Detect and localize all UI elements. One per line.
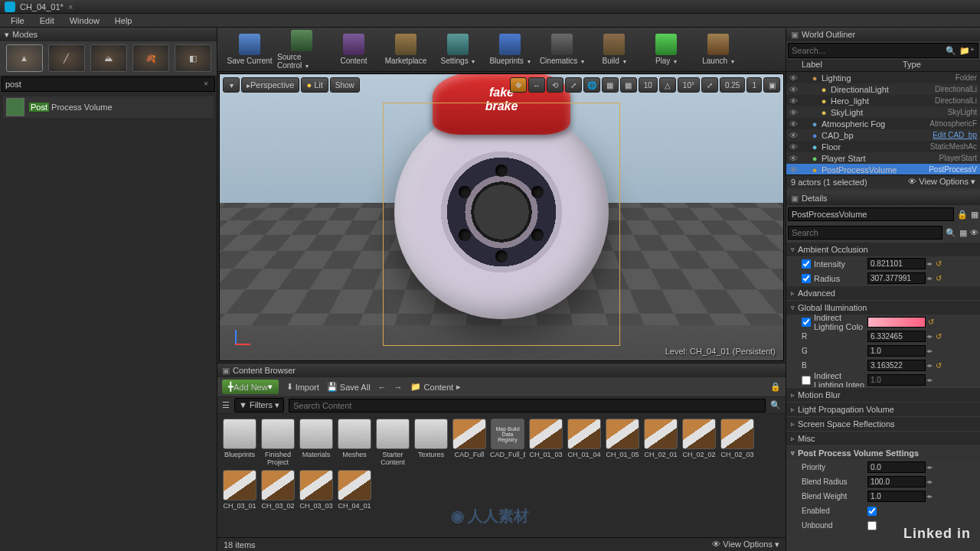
toolbar-play[interactable]: Play ▾ [642, 30, 691, 70]
cb-lock-icon[interactable]: 🔒 [770, 382, 781, 392]
cat-ppv-settings[interactable]: ▿Post Process Volume Settings [786, 445, 980, 460]
modes-header[interactable]: ▾ Modes [0, 28, 217, 41]
outliner-row[interactable]: 👁●Atmospheric FogAtmosphericF [786, 118, 980, 129]
viewport-perspective[interactable]: ▸ Perspective [241, 77, 299, 93]
content-browser-header[interactable]: ▣ Content Browser [217, 364, 786, 377]
content-item[interactable]: CH_01_05 [605, 419, 640, 467]
outliner-view-options[interactable]: 👁 View Options ▾ [908, 177, 975, 187]
visibility-icon[interactable]: 👁 [789, 96, 800, 106]
visibility-icon[interactable]: 👁 [789, 108, 800, 117]
visibility-icon[interactable]: 👁 [789, 85, 800, 94]
b-input[interactable] [867, 360, 926, 371]
viewport[interactable]: fakebrake Level: CH_04_01 (Persistent) [220, 74, 783, 360]
menu-window[interactable]: Window [62, 16, 107, 25]
menu-edit[interactable]: Edit [32, 16, 62, 25]
outliner-row[interactable]: 👁●Player StartPlayerStart [786, 152, 980, 164]
vp-grid-snap[interactable]: 10 [639, 77, 658, 93]
mode-foliage-icon[interactable]: 🍂 [132, 44, 169, 72]
search-icon[interactable]: 🔍 [946, 46, 956, 56]
outliner-row[interactable]: 👁●Hero_lightDirectionalLi [786, 95, 980, 106]
bweight-input[interactable] [867, 491, 926, 502]
content-item[interactable]: CH_04_01 [337, 470, 372, 510]
vp-angle-snap[interactable]: 10° [678, 77, 700, 93]
ao-radius-input[interactable] [867, 272, 926, 284]
vp-scale-icon[interactable]: ⤢ [565, 77, 582, 93]
new-folder-icon[interactable]: 📁⁺ [959, 46, 975, 56]
content-item[interactable]: CH_03_03 [299, 470, 334, 510]
reset-icon[interactable]: ↺ [933, 332, 944, 341]
content-item[interactable]: CH_02_01 [643, 419, 678, 467]
outliner-row[interactable]: 👁●PostProcessVolumePostProcessV [786, 164, 980, 174]
cat-advanced[interactable]: ▹Advanced [786, 285, 980, 300]
visibility-icon[interactable]: 👁 [789, 119, 800, 129]
view-options-button[interactable]: 👁 View Options ▾ [712, 540, 779, 549]
ao-intensity-checkbox[interactable] [802, 259, 811, 269]
outliner-row[interactable]: 👁●DirectionalLightDirectionalLi [786, 83, 980, 95]
vp-world-icon[interactable]: 🌐 [583, 77, 600, 93]
add-new-button[interactable]: ╋ Add New ▾ [222, 380, 279, 394]
modes-search[interactable]: × [2, 77, 215, 92]
visibility-icon[interactable]: 👁 [789, 73, 800, 83]
content-item[interactable]: CH_03_01 [222, 470, 257, 510]
content-item[interactable]: CH_03_02 [260, 470, 296, 510]
priority-input[interactable] [867, 461, 926, 473]
r-input[interactable] [867, 331, 926, 342]
outliner-header[interactable]: ▣ World Outliner [786, 28, 980, 41]
vp-scale-snap-icon[interactable]: ⤢ [701, 77, 718, 93]
menu-file[interactable]: File [3, 16, 32, 25]
save-all-button[interactable]: 💾 Save All [327, 382, 371, 392]
search-icon[interactable]: 🔍 [946, 228, 956, 238]
viewport-show[interactable]: Show [330, 77, 360, 93]
outliner-row[interactable]: 👁●FloorStaticMeshAc [786, 141, 980, 152]
content-item[interactable]: CAD_Full [452, 419, 487, 467]
cat-ssr[interactable]: ▹Screen Space Reflections [786, 416, 980, 431]
cat-motion-blur[interactable]: ▹Motion Blur [786, 387, 980, 402]
outliner-search[interactable]: 🔍 📁⁺ [788, 43, 978, 58]
toolbar-settings[interactable]: Settings ▾ [433, 30, 482, 70]
enabled-checkbox[interactable] [867, 507, 877, 516]
nav-back-icon[interactable]: ← [378, 383, 387, 392]
content-item[interactable]: Textures [413, 419, 449, 467]
toolbar-cin[interactable]: Cinematics ▾ [537, 30, 586, 70]
content-item[interactable]: Map Build Data RegistryCAD_Full_BuiltDat… [490, 419, 525, 467]
gi-inten-input[interactable] [867, 374, 926, 386]
nav-fwd-icon[interactable]: → [394, 383, 403, 392]
ao-radius-checkbox[interactable] [802, 274, 811, 283]
content-search-input[interactable] [289, 399, 766, 412]
vp-select-icon[interactable]: ✥ [510, 77, 527, 93]
color-swatch[interactable] [867, 317, 926, 328]
content-item[interactable]: Starter Content [375, 419, 410, 467]
menu-help[interactable]: Help [107, 16, 140, 25]
vp-grid-icon[interactable]: ▦ [620, 77, 637, 93]
vp-surface-icon[interactable]: ▦ [602, 77, 619, 93]
outliner-row[interactable]: 👁●LightingFolder [786, 72, 980, 83]
visibility-icon[interactable]: 👁 [789, 131, 800, 140]
cb-view-icon[interactable]: ☰ [222, 400, 230, 410]
details-header[interactable]: ▣ Details [786, 191, 980, 205]
content-item[interactable]: CH_02_03 [720, 419, 755, 467]
vp-camera-speed[interactable]: 1 [746, 77, 762, 93]
reset-icon[interactable]: ↺ [926, 318, 936, 326]
visibility-icon[interactable]: 👁 [789, 142, 800, 152]
result-post-process-volume[interactable]: Post Process Volume [3, 96, 214, 118]
ao-intensity-input[interactable] [867, 258, 926, 269]
actor-lock-icon[interactable]: 🔒 [957, 210, 968, 220]
content-item[interactable]: CH_01_04 [567, 419, 602, 467]
actor-blueprint-icon[interactable]: ▦ [971, 210, 978, 220]
content-item[interactable]: Finished Project [260, 419, 296, 467]
toolbar-content[interactable]: Content [329, 30, 378, 70]
import-button[interactable]: ⬇ Import [286, 382, 319, 392]
unbound-checkbox[interactable] [867, 521, 877, 530]
visibility-icon[interactable]: 👁 [789, 165, 800, 174]
modes-search-input[interactable] [5, 80, 201, 89]
toolbar-bp[interactable]: Blueprints ▾ [485, 30, 534, 70]
eye-icon[interactable]: 👁 [970, 228, 978, 237]
cat-ambient-occlusion[interactable]: ▿Ambient Occlusion [786, 242, 980, 256]
cat-lpv[interactable]: ▹Light Propagation Volume [786, 402, 980, 416]
gi-color-checkbox[interactable] [802, 318, 811, 327]
outliner-row[interactable]: 👁●SkyLightSkyLight [786, 106, 980, 118]
vp-scale-snap[interactable]: 0.25 [720, 77, 745, 93]
visibility-icon[interactable]: 👁 [789, 154, 800, 163]
toolbar-market[interactable]: Marketplace [381, 30, 430, 70]
reset-icon[interactable]: ↺ [933, 259, 944, 268]
